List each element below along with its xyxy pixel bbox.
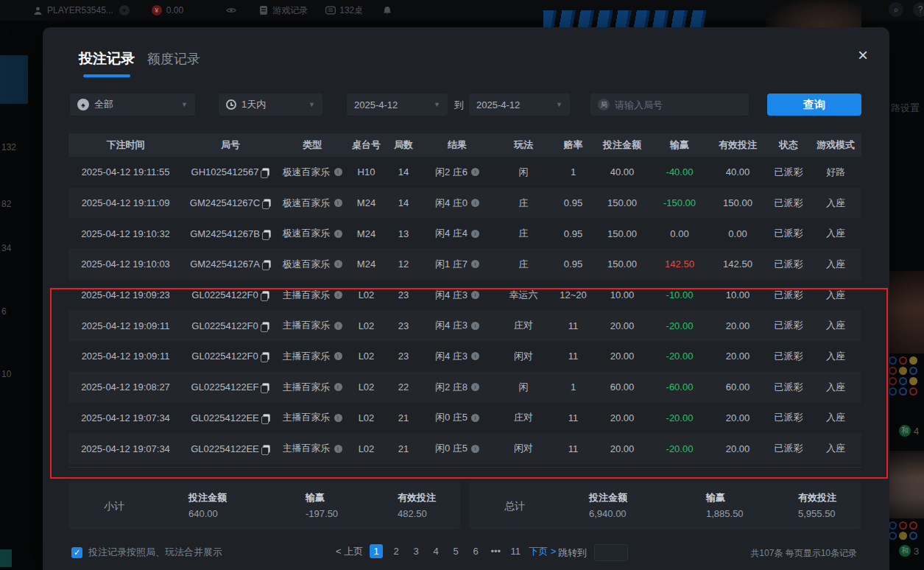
info-icon[interactable]: i: [334, 322, 342, 330]
cell-odds: 12~20: [553, 289, 593, 300]
round-input[interactable]: [615, 99, 733, 110]
search-button[interactable]: 查询: [767, 94, 861, 116]
cell-table: L02: [346, 412, 387, 423]
cell-result: 闲0 庄5i: [420, 442, 494, 455]
next-page-button[interactable]: 下页 >: [529, 545, 556, 558]
game-type-value: 全部: [94, 98, 113, 111]
info-icon[interactable]: i: [471, 414, 479, 422]
column-header: 投注金额: [593, 138, 651, 152]
cell-type: 主播百家乐i: [278, 442, 346, 455]
cell-type: 主播百家乐i: [278, 381, 346, 394]
round-search-field[interactable]: 局: [590, 94, 749, 116]
info-icon[interactable]: i: [471, 230, 479, 238]
copy-icon[interactable]: [264, 230, 271, 238]
page-button-2[interactable]: 2: [389, 544, 403, 558]
page-button-3[interactable]: 3: [409, 544, 423, 558]
prev-page-button[interactable]: < 上页: [336, 545, 363, 558]
copy-icon[interactable]: [262, 291, 269, 299]
jump-label: 跳转到: [558, 546, 587, 560]
cell-status: 已派彩: [767, 166, 810, 179]
cell-status: 已派彩: [767, 411, 810, 424]
date-to-select[interactable]: 2025-4-12 ▼: [469, 94, 570, 116]
info-icon[interactable]: i: [334, 383, 342, 391]
jump-page-input[interactable]: [594, 544, 628, 561]
total-valid-label: 有效投注: [798, 491, 836, 504]
merge-label: 投注记录按照局、玩法合并展示: [88, 546, 222, 559]
cell-mode: 好路: [810, 166, 861, 179]
cell-odds: 11: [553, 412, 593, 423]
copy-icon[interactable]: [262, 168, 269, 176]
subtotal-box: 小计 投注金额640.00 输赢-197.50 有效投注482.50: [68, 482, 460, 529]
cell-winloss: -20.00: [651, 443, 708, 454]
page-button-1[interactable]: 1: [370, 544, 383, 558]
game-type-select[interactable]: ♠ 全部 ▼: [70, 94, 195, 116]
cell-time: 2025-04-12 19:11:55: [68, 166, 183, 177]
cell-table: L02: [346, 351, 387, 362]
column-header: 桌台号: [346, 138, 387, 152]
round-icon: 局: [598, 99, 610, 110]
cell-winloss: -20.00: [651, 320, 708, 331]
info-icon[interactable]: i: [471, 322, 479, 330]
info-icon[interactable]: i: [471, 445, 479, 453]
caret-down-icon: ▼: [181, 101, 188, 108]
cell-table: M24: [346, 228, 387, 239]
cell-result: 闲4 庄3i: [420, 289, 494, 302]
cell-type: 极速百家乐i: [278, 197, 346, 210]
copy-icon[interactable]: [262, 322, 269, 330]
info-icon[interactable]: i: [334, 352, 342, 360]
cell-type: 主播百家乐i: [278, 319, 346, 332]
page-ellipsis[interactable]: •••: [489, 544, 502, 558]
table-row: 2025-04-12 19:07:34GL02254122EE主播百家乐iL02…: [68, 403, 861, 434]
page-button-6[interactable]: 6: [469, 544, 482, 558]
copy-icon[interactable]: [262, 352, 269, 360]
cell-odds: 0.95: [553, 258, 593, 270]
time-range-select[interactable]: 1天内 ▼: [219, 94, 322, 116]
copy-icon[interactable]: [263, 414, 270, 422]
cell-odds: 11: [553, 351, 593, 362]
info-icon[interactable]: i: [334, 414, 342, 422]
date-from-select[interactable]: 2025-4-12 ▼: [347, 94, 448, 116]
info-icon[interactable]: i: [334, 291, 342, 299]
copy-icon[interactable]: [264, 199, 271, 207]
merge-checkbox[interactable]: ✓: [71, 547, 82, 558]
copy-icon[interactable]: [264, 260, 271, 268]
tab-bet-records[interactable]: 投注记录: [79, 49, 135, 68]
cell-type: 极速百家乐i: [278, 166, 346, 179]
close-icon[interactable]: ×: [853, 45, 873, 66]
column-header: 玩法: [494, 138, 553, 152]
info-icon[interactable]: i: [471, 168, 479, 176]
info-icon[interactable]: i: [334, 168, 342, 176]
info-icon[interactable]: i: [334, 199, 342, 207]
info-icon[interactable]: i: [334, 445, 342, 453]
copy-icon[interactable]: [262, 383, 269, 391]
cell-odds: 1: [553, 381, 593, 393]
table-row: 2025-04-12 19:10:32GM242541267B极速百家乐iM24…: [68, 218, 861, 249]
cell-time: 2025-04-12 19:09:23: [68, 289, 183, 300]
cell-table: L02: [346, 320, 387, 331]
cell-round: GL02254122F0: [183, 289, 278, 300]
cell-round: GM242541267A: [183, 258, 278, 270]
cell-time: 2025-04-12 19:08:27: [68, 381, 183, 393]
page-button-5[interactable]: 5: [449, 544, 462, 558]
info-icon[interactable]: i: [471, 291, 479, 299]
info-icon[interactable]: i: [471, 383, 479, 391]
tab-quota-records[interactable]: 额度记录: [147, 50, 200, 68]
cell-count: 21: [387, 412, 420, 423]
info-icon[interactable]: i: [334, 230, 342, 238]
cell-status: 已派彩: [767, 381, 810, 394]
cell-round: GH1025412567: [183, 166, 278, 177]
copy-icon[interactable]: [263, 445, 270, 453]
info-icon[interactable]: i: [471, 199, 479, 207]
cell-round: GM242541267C: [183, 197, 278, 208]
caret-down-icon: ▼: [434, 101, 440, 108]
table-body: 2025-04-12 19:11:55GH1025412567极速百家乐iH10…: [68, 157, 861, 464]
cell-amount: 20.00: [593, 443, 651, 454]
cell-play: 闲: [494, 166, 553, 179]
info-icon[interactable]: i: [471, 352, 479, 360]
info-icon[interactable]: i: [471, 260, 479, 268]
cell-amount: 150.00: [593, 197, 651, 208]
page-button-11[interactable]: 11: [509, 544, 522, 558]
page-button-4[interactable]: 4: [429, 544, 442, 558]
total-valid-value: 5,955.50: [798, 508, 836, 519]
info-icon[interactable]: i: [334, 260, 342, 268]
